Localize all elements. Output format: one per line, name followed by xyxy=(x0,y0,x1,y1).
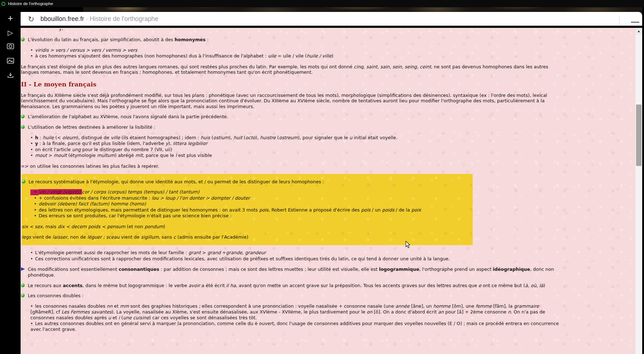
address-display[interactable]: bbouillon.free.fr · Histoire de l'orthog… xyxy=(40,15,158,23)
text-run: , non de xyxy=(67,234,87,240)
text-run: ), xyxy=(168,141,173,146)
text-run: et xyxy=(111,315,119,320)
toolbar-divider xyxy=(619,16,619,25)
text-run: L'utilisation de lettres destinées à amé… xyxy=(28,124,155,130)
text-run: mlt xyxy=(135,153,143,158)
text-run: ( xyxy=(242,135,245,140)
paragraph: Le français s'est éloigné de plus en plu… xyxy=(21,64,560,75)
text-run: mout xyxy=(35,153,47,158)
text-run: / de la xyxy=(394,207,411,213)
mouse-cursor xyxy=(405,241,411,250)
bullet-icon: • xyxy=(34,208,39,213)
text-run: pour le distinguer du nombre 7 (VII, uii… xyxy=(81,147,172,152)
scroll-up-button[interactable]: ▲ xyxy=(635,28,642,35)
text-run: poids xyxy=(382,207,394,213)
text-run: ) abrégé xyxy=(115,153,135,158)
text-run: ) xyxy=(332,53,334,59)
text-run: , mais xyxy=(43,224,58,229)
green-bullet-item: L'utilisation de lettres destinées à amé… xyxy=(21,124,560,130)
text-run: ville xyxy=(111,135,120,140)
text-run: Les consonnes doubles : xyxy=(28,293,83,298)
list-item: •L'étymologie permet aussi de rapprocher… xyxy=(30,250,560,256)
text-run: huile xyxy=(43,135,54,140)
green-ball-icon xyxy=(22,180,25,183)
plus-icon: + xyxy=(8,13,13,23)
text-run: consonantiques xyxy=(119,266,159,272)
text-run: huit xyxy=(233,135,242,140)
text-run: [ãne], un xyxy=(409,303,433,309)
text-run: e xyxy=(478,283,481,288)
bullet-icon: • xyxy=(34,213,39,219)
green-ball-icon xyxy=(21,294,25,297)
list-item: •h : huile (< oleum), distingué de ville… xyxy=(30,135,560,141)
text-run: legs xyxy=(22,234,31,240)
text-run: on xyxy=(367,309,373,315)
text-run: ostium xyxy=(213,135,229,140)
text-run: : à la finale, parce qu'il est plus lisi… xyxy=(38,141,166,146)
vertical-scrollbar[interactable]: ▲ xyxy=(635,28,642,354)
clipped-top-line: y, xyxy=(21,29,560,32)
text-run: oleum xyxy=(63,135,77,140)
scrollbar-thumb[interactable] xyxy=(636,105,641,166)
text-run: => on utilise les consonnes latines les … xyxy=(21,163,159,169)
paragraph: => on utilise les consonnes latines les … xyxy=(21,163,560,169)
yellow-highlighted-passage: Le recours systématique à l'étymologie, … xyxy=(22,174,473,246)
text-run: des lettres non étymologiques, mais perm… xyxy=(39,207,259,213)
url-page-title: Histoire de l'orthographe xyxy=(90,15,158,22)
text-run: nn xyxy=(107,303,112,309)
text-run: pour [ã] + 2ème consonne xyxy=(444,309,508,315)
list-item: •viridis > vers / versus > vers / vermis… xyxy=(30,47,560,54)
text-run: y, xyxy=(59,29,63,31)
minimize-icon xyxy=(631,22,639,23)
new-tab-button[interactable]: + xyxy=(0,11,21,25)
text-run: Des erreurs se sont produites, car l'éty… xyxy=(39,213,232,218)
bullet-list: •L'étymologie permet aussi de rapprocher… xyxy=(21,250,560,262)
list-item: •on écrit l'article ung pour le distingu… xyxy=(30,147,560,153)
list-item-selected: •vin / vingt (viginti) cor / corps (corp… xyxy=(34,189,473,195)
text-run: (et non xyxy=(125,224,145,229)
minimize-button[interactable] xyxy=(627,16,643,24)
download-button[interactable] xyxy=(0,68,21,82)
text-run: > xyxy=(201,250,207,255)
play-button[interactable]: ▷ xyxy=(0,26,21,39)
clipped-text: y, xyxy=(59,29,63,31)
text-run: Le français s'est éloigné de plus en plu… xyxy=(21,64,354,69)
text-run: année xyxy=(395,303,409,309)
text-run: logogrammique xyxy=(379,266,419,272)
download-icon xyxy=(7,72,14,78)
text-run: ), pour signaler que le xyxy=(298,135,349,140)
section-heading: II - Le moyen français xyxy=(21,82,560,88)
text-run: idéographique xyxy=(493,266,530,272)
text-run: femme xyxy=(476,303,491,309)
text-run: pois xyxy=(259,207,269,213)
text-run: ung xyxy=(72,147,81,152)
text-run: [fãm], la xyxy=(492,303,514,309)
bullet-icon: • xyxy=(30,147,35,153)
screenshot-button[interactable] xyxy=(0,39,21,53)
green-ball-icon xyxy=(21,125,25,129)
text-run: [õ]. On a donc d'abord écrit xyxy=(372,309,438,315)
text-run: mm xyxy=(120,303,129,309)
text-run: uile xyxy=(268,53,276,59)
text-run: pois xyxy=(361,207,370,213)
text-run: léguer ; sceau xyxy=(87,234,119,240)
paragraph: legs vient de laisser, non de léguer ; s… xyxy=(22,234,473,240)
text-run: ), distingué de xyxy=(77,135,111,140)
text-run: littera legibilior xyxy=(173,141,207,146)
text-run: u xyxy=(349,135,352,140)
text-run: vient de xyxy=(120,234,141,240)
text-run: a été écrit xyxy=(200,283,226,288)
text-run: ostreum xyxy=(279,135,298,140)
text-run: > xyxy=(47,153,54,158)
green-bullet-item: Le recours systématique à l'étymologie, … xyxy=(22,179,473,185)
images-button[interactable] xyxy=(0,54,21,68)
text-run: + xyxy=(221,250,226,255)
image-icon xyxy=(7,58,14,64)
list-item: •à ces homonymes s'ajoutent des homograp… xyxy=(30,53,560,59)
text-run: / un xyxy=(370,207,382,213)
text-run: ( xyxy=(210,135,213,140)
text-run: laisser xyxy=(52,234,67,240)
list-item: •Ces corrections unificatrices sont à ra… xyxy=(30,256,560,262)
browser-toolbar: ↻ bbouillon.free.fr · Histoire de l'orth… xyxy=(21,12,642,27)
reload-button[interactable]: ↻ xyxy=(26,14,36,24)
